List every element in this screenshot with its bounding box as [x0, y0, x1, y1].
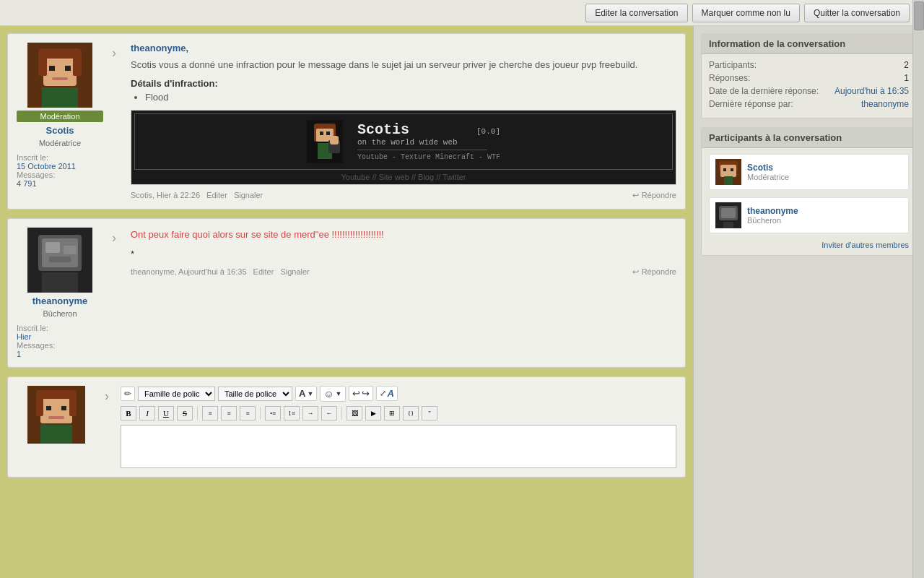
align-left-button[interactable]: ≡ [202, 406, 218, 420]
font-color-group: A ▼ [295, 386, 317, 401]
main-layout: Modération Scotis Modératrice Inscrit le… [0, 26, 924, 578]
svg-rect-22 [49, 256, 71, 262]
align-right-button[interactable]: ≡ [240, 406, 256, 420]
emoji-arrow[interactable]: ▼ [336, 390, 342, 397]
sig-links: Youtube // Site web // Blog // Twitter [134, 173, 673, 181]
undo-icon[interactable]: ↩ [352, 388, 360, 399]
footer-author-anon: theanonyme [131, 267, 175, 276]
sig-banner: Scotis [0.0] on the world wide web Youtu… [134, 113, 673, 170]
sig-text-block: Scotis [0.0] on the world wide web Youtu… [357, 121, 500, 161]
reply-button-anon[interactable]: ↩ Répondre [632, 267, 676, 277]
participant-info-scotis: Scotis Modératrice [747, 163, 902, 181]
insert-table-button[interactable]: ⊞ [384, 406, 400, 420]
italic-button[interactable]: I [139, 406, 155, 420]
svg-rect-13 [326, 131, 330, 135]
arrow-indicator: › [112, 43, 116, 200]
svg-rect-31 [69, 397, 77, 416]
code-button[interactable]: {} [403, 406, 419, 420]
redo-icon[interactable]: ↪ [362, 388, 370, 399]
editor-user-panel [17, 386, 96, 444]
num-list-button[interactable]: 1≡ [284, 406, 300, 420]
footer-edit-scotis[interactable]: Editer [206, 191, 227, 199]
anon-text2: * [131, 247, 676, 262]
edit-conversation-button[interactable]: Editer la conversation [585, 4, 687, 22]
scotis-message-content: theanonyme, Scotis vous a donné une infr… [128, 43, 676, 200]
svg-rect-8 [42, 87, 78, 108]
sig-title: Scotis [357, 121, 409, 138]
svg-rect-37 [731, 168, 733, 171]
svg-rect-26 [40, 399, 72, 423]
info-section-body: Participants: 2 Réponses: 1 Date de la d… [702, 54, 916, 118]
footer-signal-anon[interactable]: Signaler [280, 267, 309, 276]
undo-group: ↩ ↪ [349, 386, 373, 401]
bullet-list-button[interactable]: •≡ [265, 406, 281, 420]
messages-count: 4 791 [17, 179, 103, 188]
sig-lines: Youtube - Texture Minecraft - WTF [357, 153, 500, 161]
footer-author-scotis: Scotis [131, 191, 152, 199]
reply-button-scotis[interactable]: ↩ Répondre [632, 191, 676, 200]
strikethrough-button[interactable]: S [177, 406, 193, 420]
message-input[interactable] [121, 425, 676, 468]
reply-icon-scotis: ↩ [632, 191, 639, 200]
participant-name-scotis[interactable]: Scotis [747, 163, 902, 173]
participant-role-anon: Bûcheron [747, 216, 902, 225]
anon-text1: Ont peux faire quoi alors sur se site de… [131, 228, 676, 242]
underline-button[interactable]: U [158, 406, 174, 420]
emoji-icon[interactable]: ☺ [323, 388, 334, 400]
footer-edit-anon[interactable]: Editer [253, 267, 274, 276]
font-color-icon[interactable]: A [299, 388, 305, 399]
insert-media-button[interactable]: ▶ [365, 406, 381, 420]
quote-button[interactable]: " [422, 406, 437, 420]
participants-row: Participants: 2 [709, 60, 909, 70]
inscrit-date: 15 Octobre 2011 [17, 162, 103, 171]
font-color-arrow[interactable]: ▼ [307, 390, 313, 397]
last-reponse-label: Date de la dernière réponse: [709, 86, 819, 96]
signature-block: Scotis [0.0] on the world wide web Youtu… [131, 110, 676, 185]
scotis-username[interactable]: Scotis [45, 125, 74, 136]
toolbar-pencil-group: ✏ [121, 387, 135, 401]
toolbar-divider3 [341, 407, 342, 420]
svg-rect-2 [43, 59, 77, 86]
svg-rect-41 [721, 208, 736, 218]
bold-button[interactable]: B [121, 406, 136, 420]
invite-members-link[interactable]: Inviter d'autres membres [709, 241, 909, 249]
mark-unread-button[interactable]: Marquer comme non lu [692, 4, 800, 22]
footer-time-anon: Aujourd'hui à 16:35 [178, 267, 246, 276]
insert-image-button[interactable]: 🖼 [346, 406, 362, 420]
footer-signal-scotis[interactable]: Signaler [234, 191, 263, 199]
svg-rect-29 [48, 416, 64, 419]
reply-label-anon: Répondre [642, 267, 676, 276]
svg-rect-27 [46, 406, 51, 410]
content-area: Modération Scotis Modératrice Inscrit le… [0, 26, 693, 578]
avatar-anon [27, 228, 92, 293]
svg-rect-3 [49, 66, 55, 71]
quit-conversation-button[interactable]: Quitter la conversation [804, 4, 910, 22]
anon-username[interactable]: theanonyme [32, 296, 88, 306]
formatting-toolbar: B I U S ≡ ≡ ≡ •≡ 1≡ → ← 🖼 ▶ ⊞ [121, 406, 676, 420]
participants-section-body: Scotis Modératrice theanonym [702, 148, 916, 255]
font-size-icon2[interactable]: A [388, 388, 394, 399]
last-by-label: Dernière réponse par: [709, 99, 793, 109]
reply-label-scotis: Répondre [642, 191, 676, 199]
svg-rect-28 [61, 406, 66, 410]
svg-rect-42 [723, 222, 733, 228]
editor-block: › ✏ Famille de polic Taille de police A [7, 376, 686, 478]
outdent-button[interactable]: ← [321, 406, 337, 420]
svg-rect-16 [330, 136, 339, 144]
indent-button[interactable]: → [302, 406, 318, 420]
top-bar: Editer la conversation Marquer comme non… [0, 0, 924, 26]
resize-icon[interactable]: ⤢ [380, 389, 386, 398]
scrollbar[interactable] [912, 0, 924, 578]
font-size-select[interactable]: Taille de police [218, 387, 292, 401]
svg-rect-12 [320, 131, 323, 135]
participant-anon: theanonyme Bûcheron [709, 197, 909, 233]
details-header: Détails d'infraction: [131, 78, 676, 89]
font-family-select[interactable]: Famille de polic [138, 387, 215, 401]
footer-time-scotis: Hier à 22:26 [157, 191, 200, 199]
scrollbar-thumb[interactable] [914, 1, 924, 30]
participant-name-anon[interactable]: theanonyme [747, 206, 902, 216]
svg-rect-32 [40, 425, 72, 444]
reponses-label: Réponses: [709, 73, 750, 83]
align-center-button[interactable]: ≡ [221, 406, 237, 420]
emoji-group: ☺ ▼ [320, 386, 345, 402]
